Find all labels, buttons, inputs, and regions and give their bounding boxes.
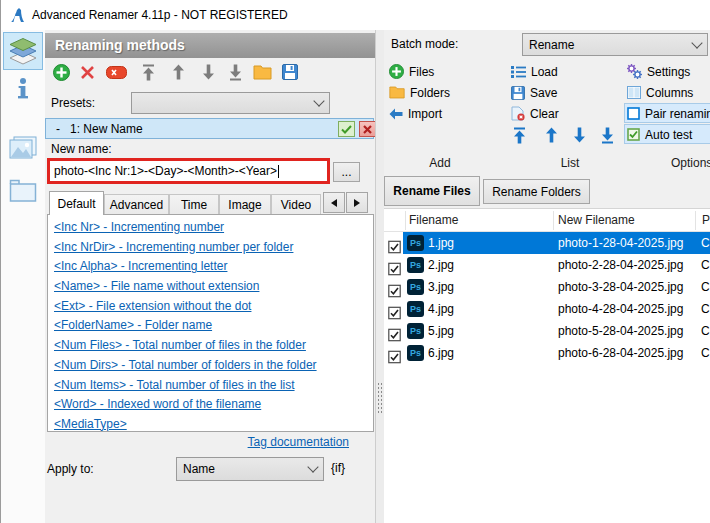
tag-link-name[interactable]: <Name> - File name without extension: [54, 277, 373, 297]
settings-button[interactable]: Settings: [627, 62, 690, 81]
column-separator: [553, 211, 554, 230]
tab-default[interactable]: Default: [49, 191, 104, 215]
column-header-new-filename[interactable]: New Filename: [558, 213, 635, 228]
add-files-button[interactable]: Files: [389, 62, 434, 81]
table-row[interactable]: Ps 6.jpg photo-6-28-04-2025.jpg C: [384, 342, 710, 364]
settings-label: Settings: [647, 65, 690, 79]
rename-folders-button[interactable]: Rename Folders: [483, 179, 590, 204]
column-header-path[interactable]: Path: [702, 213, 710, 228]
remove-method-button[interactable]: [76, 61, 98, 83]
tag-link-mediatype[interactable]: <MediaType>: [54, 415, 373, 435]
move-method-down-button[interactable]: [197, 61, 219, 83]
close-icon: [363, 125, 372, 134]
presets-dropdown[interactable]: [131, 92, 330, 114]
tag-link-inc-alpha[interactable]: <Inc Alpha> - Incrementing letter: [54, 257, 373, 277]
save-list-button[interactable]: Save: [511, 83, 557, 102]
open-preset-button[interactable]: [251, 61, 273, 83]
tag-link-foldername[interactable]: <FolderName> - Folder name: [54, 316, 373, 336]
folder-icon: [253, 65, 272, 80]
move-method-up-button[interactable]: [167, 61, 189, 83]
tab-time[interactable]: Time: [169, 194, 219, 215]
list-group-caption: List: [552, 156, 588, 170]
panel-splitter[interactable]: [375, 30, 384, 523]
apply-to-value: Name: [183, 462, 309, 476]
image-icon: [9, 136, 37, 162]
clear-list-button[interactable]: Clear: [511, 104, 559, 123]
auto-test-toggle[interactable]: Auto test: [627, 125, 692, 144]
file-list-table: Filename New Filename Path Ps 1.jpg phot…: [384, 208, 710, 523]
method-header[interactable]: - 1: New Name: [45, 118, 374, 139]
auto-test-label: Auto test: [645, 128, 692, 142]
tag-link-num-files[interactable]: <Num Files> - Total number of files in t…: [54, 336, 373, 356]
move-file-up-button[interactable]: [542, 125, 560, 145]
list-icon: [511, 65, 526, 78]
method-enabled-checkbox[interactable]: [338, 121, 355, 137]
move-bottom-icon: [601, 127, 614, 144]
sidebar-item-info[interactable]: [3, 74, 43, 104]
cell-path: C: [701, 342, 710, 364]
move-file-bottom-button[interactable]: [598, 125, 616, 145]
tab-scroll-left-button[interactable]: [323, 192, 345, 213]
tab-advanced[interactable]: Advanced: [104, 194, 169, 215]
rename-files-button[interactable]: Rename Files: [384, 176, 480, 206]
method-close-button[interactable]: [359, 121, 376, 137]
cell-filename: 3.jpg: [428, 276, 454, 298]
browse-button[interactable]: ...: [333, 162, 360, 182]
add-method-button[interactable]: [50, 61, 72, 83]
clear-methods-button[interactable]: [105, 61, 127, 83]
sidebar-item-images[interactable]: [3, 132, 43, 166]
tag-link-num-items[interactable]: <Num Items> - Total number of files in t…: [54, 376, 373, 396]
save-preset-button[interactable]: [279, 61, 301, 83]
add-folders-label: Folders: [410, 86, 450, 100]
add-group-caption: Add: [422, 156, 458, 170]
chevron-down-icon: [313, 95, 324, 106]
table-row[interactable]: Ps 4.jpg photo-4-28-04-2025.jpg C: [384, 298, 710, 320]
sidebar-item-folders[interactable]: [3, 174, 43, 208]
columns-button[interactable]: Columns: [627, 83, 693, 102]
move-bottom-icon: [229, 64, 242, 81]
collapse-marker[interactable]: -: [56, 122, 60, 137]
import-button[interactable]: Import: [389, 104, 442, 123]
cell-filename: 2.jpg: [428, 254, 454, 276]
batch-mode-dropdown[interactable]: Rename: [522, 33, 708, 56]
table-row[interactable]: Ps 3.jpg photo-3-28-04-2025.jpg C: [384, 276, 710, 298]
left-triangle-icon: [331, 199, 337, 207]
eraser-icon: [106, 66, 127, 79]
apply-to-dropdown[interactable]: Name: [176, 457, 324, 481]
tab-scroll-right-button[interactable]: [346, 192, 368, 213]
pair-renaming-toggle[interactable]: Pair renaming: [627, 104, 710, 123]
tag-documentation-link[interactable]: Tag documentation: [248, 435, 349, 449]
move-method-top-button[interactable]: [137, 61, 159, 83]
splitter-grip[interactable]: [377, 382, 383, 414]
tag-link-ext[interactable]: <Ext> - File extension without the dot: [54, 297, 373, 317]
photoshop-file-icon: Ps: [407, 323, 424, 339]
table-row[interactable]: Ps 1.jpg photo-1-28-04-2025.jpg C: [384, 232, 710, 254]
chevron-down-icon: [691, 37, 702, 48]
pair-renaming-label: Pair renaming: [645, 107, 710, 121]
tag-link-inc-nrdir[interactable]: <Inc NrDir> - Incrementing number per fo…: [54, 238, 373, 258]
apply-to-label: Apply to:: [47, 462, 94, 477]
tab-video[interactable]: Video: [271, 194, 321, 215]
move-top-icon: [142, 64, 155, 81]
sidebar-item-methods[interactable]: [3, 32, 43, 70]
table-row[interactable]: Ps 5.jpg photo-5-28-04-2025.jpg C: [384, 320, 710, 342]
tab-image[interactable]: Image: [219, 194, 271, 215]
tag-link-word[interactable]: <Word> - Indexed word of the filename: [54, 395, 373, 415]
move-file-top-button[interactable]: [510, 125, 528, 145]
load-list-button[interactable]: Load: [511, 62, 558, 81]
photoshop-file-icon: Ps: [407, 235, 424, 251]
row-checkbox-checked[interactable]: [388, 346, 401, 368]
table-row[interactable]: Ps 2.jpg photo-2-28-04-2025.jpg C: [384, 254, 710, 276]
move-file-down-button[interactable]: [570, 125, 588, 145]
new-name-input[interactable]: photo-<Inc Nr:1>-<Day>-<Month>-<Year>: [47, 158, 330, 184]
tag-link-num-dirs[interactable]: <Num Dirs> - Total number of folders in …: [54, 356, 373, 376]
column-header-filename[interactable]: Filename: [409, 213, 458, 228]
floppy-icon: [511, 86, 525, 100]
add-folders-button[interactable]: Folders: [389, 83, 450, 102]
if-condition-button[interactable]: {if}: [331, 461, 345, 476]
folder-icon: [389, 86, 405, 99]
cell-path: C: [701, 254, 710, 276]
tag-link-inc-nr[interactable]: <Inc Nr> - Incrementing number: [54, 218, 373, 238]
gear-icon: [627, 64, 642, 79]
move-method-bottom-button[interactable]: [224, 61, 246, 83]
